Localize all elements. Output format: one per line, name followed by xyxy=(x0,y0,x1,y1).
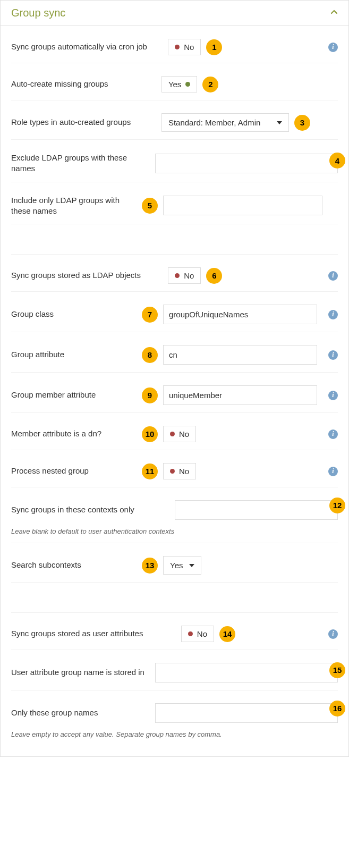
info-icon[interactable]: i xyxy=(328,271,338,281)
status-dot-icon xyxy=(175,273,180,278)
label: Group member attribute xyxy=(11,390,96,400)
toggle-sync-user-attributes[interactable]: No xyxy=(181,626,214,642)
group-sync-panel: Group sync Sync groups automatically via… xyxy=(0,0,349,757)
toggle-sync-cron[interactable]: No xyxy=(168,39,201,55)
label: Group class xyxy=(11,309,54,319)
chevron-up-icon xyxy=(330,9,338,18)
status-dot-icon xyxy=(175,45,180,49)
label: Sync groups stored as LDAP objects xyxy=(11,270,141,281)
status-dot-icon xyxy=(185,82,190,87)
label: Exclude LDAP groups with these names xyxy=(11,153,150,174)
callout-13: 13 xyxy=(142,558,158,574)
info-icon[interactable]: i xyxy=(328,350,338,360)
toggle-auto-create[interactable]: Yes xyxy=(161,76,197,92)
field-nested-group: Process nested group 11 No i xyxy=(11,450,338,487)
field-exclude: Exclude LDAP groups with these names 4 xyxy=(11,140,338,182)
chevron-down-icon xyxy=(277,121,282,124)
callout-11: 11 xyxy=(142,464,158,479)
info-icon[interactable]: i xyxy=(328,391,338,400)
input-only-groups[interactable] xyxy=(155,703,338,723)
chevron-down-icon xyxy=(189,564,194,567)
info-icon[interactable]: i xyxy=(328,43,338,52)
input-user-attr-name[interactable] xyxy=(155,663,338,682)
field-sync-user-attributes: Sync groups stored as user attributes No… xyxy=(11,613,338,650)
input-group-attribute[interactable] xyxy=(163,345,317,365)
input-exclude[interactable] xyxy=(155,154,338,173)
info-icon[interactable]: i xyxy=(328,467,338,476)
panel-header[interactable]: Group sync xyxy=(1,1,348,26)
callout-7: 7 xyxy=(142,307,158,323)
field-group-attribute: Group attribute 8 i xyxy=(11,332,338,373)
status-dot-icon xyxy=(188,631,193,636)
panel-body: Sync groups automatically via cron job N… xyxy=(1,26,348,756)
label: Sync groups automatically via cron job xyxy=(11,41,147,52)
field-sync-cron: Sync groups automatically via cron job N… xyxy=(11,26,338,63)
callout-9: 9 xyxy=(142,387,158,403)
label: Auto-create missing groups xyxy=(11,79,108,89)
field-role-types: Role types in auto-created groups Standa… xyxy=(11,100,338,140)
callout-2: 2 xyxy=(202,77,218,92)
label: Sync groups in these contexts only xyxy=(11,504,134,515)
toggle-nested-group[interactable]: No xyxy=(163,463,196,479)
label: Search subcontexts xyxy=(11,560,81,570)
help-only-groups: Leave empty to accept any value. Separat… xyxy=(11,726,338,746)
input-group-class[interactable] xyxy=(163,305,317,324)
field-sync-ldap-objects: Sync groups stored as LDAP objects No 6 … xyxy=(11,255,338,292)
label: Group attribute xyxy=(11,349,64,360)
callout-6: 6 xyxy=(206,268,222,284)
input-member-attribute[interactable] xyxy=(163,385,317,405)
field-only-groups: Only these group names 16 xyxy=(11,690,338,726)
select-subcontexts[interactable]: Yes xyxy=(163,556,201,575)
callout-5: 5 xyxy=(142,198,158,214)
label: Include only LDAP groups with these name… xyxy=(11,195,137,217)
info-icon[interactable]: i xyxy=(328,310,338,319)
label: Member attribute is a dn? xyxy=(11,428,101,439)
section-gap xyxy=(11,583,338,613)
select-role-types[interactable]: Standard: Member, Admin xyxy=(161,113,289,132)
label: Process nested group xyxy=(11,466,89,476)
input-include[interactable] xyxy=(163,196,322,215)
field-subcontexts: Search subcontexts 13 Yes xyxy=(11,543,338,583)
input-contexts[interactable] xyxy=(175,500,338,520)
callout-8: 8 xyxy=(142,347,158,363)
field-member-is-dn: Member attribute is a dn? 10 No i xyxy=(11,413,338,450)
label: User attribute group name is stored in xyxy=(11,667,144,678)
callout-1: 1 xyxy=(206,39,222,55)
field-group-class: Group class 7 i xyxy=(11,292,338,332)
panel-title: Group sync xyxy=(11,7,65,19)
help-contexts: Leave blank to default to user authentic… xyxy=(11,523,338,543)
field-auto-create: Auto-create missing groups Yes 2 xyxy=(11,63,338,100)
label: Only these group names xyxy=(11,707,98,718)
info-icon[interactable]: i xyxy=(328,629,338,639)
field-member-attribute: Group member attribute 9 i xyxy=(11,373,338,413)
toggle-sync-ldap-objects[interactable]: No xyxy=(168,267,201,284)
section-gap xyxy=(11,224,338,255)
callout-3: 3 xyxy=(294,115,310,131)
status-dot-icon xyxy=(170,469,175,474)
field-include: Include only LDAP groups with these name… xyxy=(11,182,338,225)
label: Sync groups stored as user attributes xyxy=(11,628,143,639)
status-dot-icon xyxy=(170,432,175,436)
field-contexts: Sync groups in these contexts only 12 xyxy=(11,487,338,523)
toggle-member-is-dn[interactable]: No xyxy=(163,426,196,442)
callout-14: 14 xyxy=(219,626,235,642)
callout-10: 10 xyxy=(142,426,158,442)
label: Role types in auto-created groups xyxy=(11,117,131,128)
info-icon[interactable]: i xyxy=(328,429,338,439)
field-user-attr-name: User attribute group name is stored in 1… xyxy=(11,650,338,690)
